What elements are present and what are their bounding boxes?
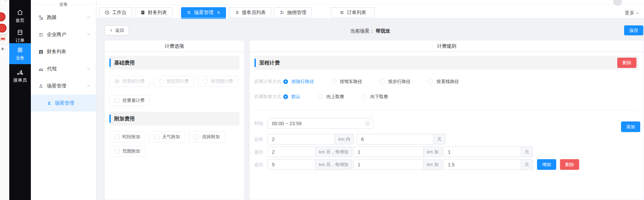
menu-item-label: 企业商户: [47, 32, 66, 38]
exceed-price-input[interactable]: [443, 159, 521, 170]
radio-by-mileage[interactable]: 按里程计费: [109, 76, 150, 87]
section-header-extra-fees: 附加费用: [109, 112, 239, 126]
background-window-strip: +: [0, 0, 9, 200]
radio-icon: [283, 94, 288, 99]
car-icon: [38, 66, 44, 72]
radio-round-up[interactable]: 向上取整: [318, 94, 344, 100]
scooter-icon: [16, 69, 24, 76]
radio-straight-line[interactable]: 按直线路径: [428, 79, 459, 85]
start-distance-input[interactable]: [267, 134, 335, 144]
menu-item-scene-management[interactable]: 场景管理: [31, 78, 96, 95]
person-lines-icon: [279, 10, 285, 15]
chevron-down-icon: [86, 15, 91, 20]
menu-item-label: 代驾: [47, 66, 57, 72]
chevron-up-icon: [86, 83, 91, 89]
toolbar: 返回 当前场景：帮我送 保存: [96, 19, 644, 39]
screen: + 首页 订单 业务 接单员 业务 跑腿 企业商户: [0, 0, 644, 200]
chevron-down-icon: [86, 66, 91, 72]
unit-addon: 元: [433, 134, 445, 144]
checkbox-by-weight[interactable]: 按重量计费: [109, 95, 150, 106]
tab-order-list[interactable]: 订单列表: [331, 7, 375, 18]
more-label: 更多: [625, 10, 634, 16]
tab-label: 订单列表: [347, 10, 366, 16]
exceed-after-input[interactable]: [267, 146, 315, 157]
base-fee-radio-group: 按里程计费 按区间计费 按范围计费: [109, 76, 239, 87]
divider: [0, 44, 8, 44]
sidebar-item-home[interactable]: 首页: [9, 8, 31, 24]
tab-commission-management[interactable]: 抽佣管理: [274, 7, 312, 18]
start-price-input[interactable]: [357, 134, 433, 144]
unit-addon: km 加: [423, 146, 442, 157]
unit-addon: 元: [521, 146, 533, 157]
radio-label: 向上取整: [326, 94, 344, 100]
billing-options-panel: 计费选项 基础费用 按里程计费 按区间计费 按范围计费: [104, 40, 245, 200]
checkbox-range-extra[interactable]: 范围附加: [109, 146, 145, 157]
time-range-input[interactable]: [267, 118, 373, 129]
tab-workbench[interactable]: 工作台: [99, 7, 132, 18]
checkbox-icon: [194, 134, 199, 139]
menu-item-enterprise-merchants[interactable]: 企业商户: [31, 26, 96, 43]
checkbox-time-extra[interactable]: 时段附加: [109, 131, 145, 142]
panel-title: 计费选项: [105, 40, 244, 52]
exceed-step-input[interactable]: [353, 146, 423, 157]
tab-label: 工作台: [112, 10, 127, 16]
close-icon[interactable]: [217, 11, 220, 14]
tab-courier-list[interactable]: 接单员列表: [229, 7, 271, 18]
add-tier-button[interactable]: 增加: [537, 159, 556, 170]
radio-riding-route[interactable]: 按骑行路径: [283, 79, 314, 85]
radio-label: 按骑行路径: [291, 79, 314, 85]
exceed-price-input[interactable]: [443, 146, 521, 157]
row-label: 超出: [254, 162, 267, 168]
order-icon: [16, 29, 24, 36]
row-label: 距离计算方式: [254, 79, 283, 85]
section-title: 里程计费: [259, 60, 280, 66]
tab-finance-list[interactable]: 财务列表: [135, 7, 172, 18]
radio-round-down[interactable]: 向下取整: [362, 94, 388, 100]
sidebar-item-orders[interactable]: 订单: [9, 27, 31, 44]
exceed-after-input[interactable]: [267, 159, 315, 170]
menu-item-errands[interactable]: 跑腿: [31, 9, 96, 26]
partial-red-logo-icon: [0, 24, 7, 33]
tabs: 工作台 财务列表 场景管理 接单员列表 抽佣管理: [99, 7, 312, 18]
submenu-item-scene-management-active[interactable]: 场景管理: [31, 95, 96, 111]
sidebar-item-business[interactable]: 业务: [9, 43, 31, 64]
section-header-base-fees: 基础费用: [109, 56, 239, 70]
checkbox-weather-extra[interactable]: 天气附加: [149, 131, 185, 142]
tab-bar: 工作台 财务列表 场景管理 接单员列表 抽佣管理: [96, 0, 644, 19]
radio-walking-route[interactable]: 按步行路径: [380, 79, 410, 85]
partial-card: [0, 23, 8, 34]
checkbox-select-extra[interactable]: 选择附加: [189, 131, 225, 142]
delete-section-button[interactable]: 删除: [617, 58, 636, 68]
radio-by-interval[interactable]: 按区间计费: [154, 76, 194, 87]
radio-label: 按区间计费: [167, 78, 189, 84]
menu-item-finance-list[interactable]: 财务列表: [31, 43, 96, 60]
current-scene: 当前场景：帮我送: [96, 28, 644, 34]
radio-driving-route[interactable]: 按驾车路径: [332, 79, 362, 85]
unit-addon: km 内: [335, 134, 354, 144]
list-icon: [47, 101, 52, 106]
current-scene-label: 当前场景：: [350, 28, 374, 34]
finance-doc-icon: [140, 10, 145, 15]
exceed-row-1: 超出 km 后，每增加 km 加 元: [254, 146, 639, 157]
distance-round-row: 距离取整方式 默认 向上取整 向下取整: [254, 94, 639, 100]
more-menu[interactable]: 更多: [625, 10, 640, 16]
divider: [254, 110, 639, 110]
extra-fee-checkbox-row2: 范围附加: [109, 146, 239, 157]
start-price-row: 起价 km 内 元: [254, 134, 639, 144]
delete-tier-button[interactable]: 删除: [560, 159, 579, 170]
weight-fee-row: 按重量计费: [109, 95, 239, 106]
exceed-step-input[interactable]: [353, 159, 423, 170]
radio-by-range[interactable]: 按范围计费: [198, 76, 238, 87]
radio-round-default[interactable]: 默认: [283, 94, 300, 100]
sidebar-item-couriers[interactable]: 接单员: [9, 67, 31, 83]
list-icon: [187, 10, 192, 15]
menu-item-label: 跑腿: [47, 14, 57, 21]
tab-scene-management-active[interactable]: 场景管理: [181, 7, 226, 18]
add-time-period-button[interactable]: 添加: [621, 121, 640, 132]
menu-item-driving[interactable]: 代驾: [31, 60, 96, 78]
radio-icon: [362, 94, 367, 99]
save-button[interactable]: 保存: [624, 25, 643, 35]
clock-dial-icon: [105, 10, 110, 15]
row-label: 距离取整方式: [254, 94, 283, 100]
sidebar-item-label: 接单员: [13, 77, 27, 83]
